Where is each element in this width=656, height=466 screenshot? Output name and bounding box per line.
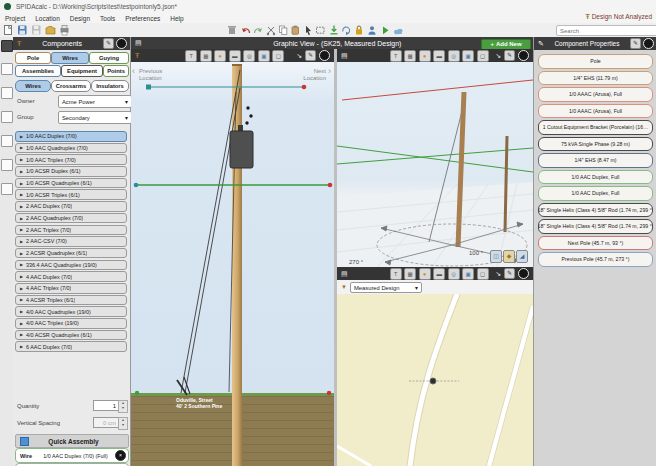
delete-button[interactable] bbox=[228, 26, 236, 34]
text-tool-button[interactable]: T bbox=[390, 50, 402, 62]
side-strip-button[interactable] bbox=[1, 111, 13, 123]
wire-list-item[interactable]: ▶4 AAC Triplex (7/0) bbox=[15, 283, 127, 294]
menu-location[interactable]: Location bbox=[30, 15, 65, 22]
wire-list-item[interactable]: ▶4/0 AAC Triplex (19/0) bbox=[15, 318, 127, 329]
detach-view-icon[interactable] bbox=[518, 268, 529, 279]
property-item-equipment[interactable]: 1 Cutout Equipment Bracket (Porcelain) (… bbox=[538, 120, 653, 135]
property-item-wire[interactable]: 1/0 AAAC (Azusa), Full bbox=[538, 87, 653, 102]
expand-view-icon[interactable]: ↘ bbox=[495, 270, 501, 278]
wire-list-item[interactable]: ▶2 ACSR Quadruplex (6/1) bbox=[15, 248, 127, 259]
tab-equipment[interactable]: Equipment bbox=[61, 65, 103, 77]
subtab-wires[interactable]: Wires bbox=[15, 80, 51, 92]
quick-assembly-wire-row[interactable]: Wire 1/0 AAC Duplex (7/0) (Full) × bbox=[15, 448, 129, 463]
ground-endpoint[interactable] bbox=[135, 391, 139, 395]
ruler-tool-button[interactable]: ▬ bbox=[229, 50, 241, 62]
snapshot-tool-button[interactable]: ◎ bbox=[243, 50, 255, 62]
wire-list-item[interactable]: ▶2 AAC-CSV (7/0) bbox=[15, 236, 127, 247]
insulator-point[interactable] bbox=[245, 121, 248, 124]
wire-list-item[interactable]: ▶1/0 AAC Quadruplex (7/0) bbox=[15, 143, 127, 154]
pole-map-marker[interactable] bbox=[430, 378, 436, 384]
wire-list-item[interactable]: ▶2 AAC Triplex (7/0) bbox=[15, 225, 127, 236]
ruler-tool-button[interactable]: ▬ bbox=[433, 50, 445, 62]
image-tool-button[interactable]: ▣ bbox=[462, 268, 474, 280]
wire-list-item[interactable]: ▶6 AAC Duplex (7/0) bbox=[15, 341, 127, 352]
next-location-chevron[interactable]: › bbox=[328, 66, 331, 76]
sync-button[interactable] bbox=[343, 27, 350, 35]
edit-view-icon[interactable]: ✎ bbox=[305, 50, 316, 61]
menu-preferences[interactable]: Preferences bbox=[120, 15, 165, 22]
adjacent-pole-3d[interactable] bbox=[505, 136, 507, 232]
tab-pole[interactable]: Pole bbox=[15, 52, 51, 64]
wire-list-item[interactable]: ▶1/0 AAC Triplex (7/0) bbox=[15, 154, 127, 165]
run-analysis-button[interactable] bbox=[383, 27, 389, 35]
primary-wire-3d[interactable] bbox=[342, 80, 533, 100]
layers-tool-button[interactable]: ▦ bbox=[404, 50, 416, 62]
print-button[interactable] bbox=[61, 26, 69, 36]
target-tool-button[interactable]: ● bbox=[419, 268, 431, 280]
wire-list-item[interactable]: ▶1/0 AAC Duplex (7/0) bbox=[15, 131, 127, 142]
insulator-point[interactable] bbox=[249, 114, 252, 117]
detach-panel-icon[interactable] bbox=[116, 38, 127, 49]
subtab-insulators[interactable]: Insulators bbox=[91, 80, 129, 92]
target-tool-button[interactable]: ● bbox=[214, 50, 226, 62]
frame-tool-button[interactable]: ▢ bbox=[477, 50, 489, 62]
frame-tool-button[interactable]: ▢ bbox=[477, 268, 489, 280]
property-item-equipment[interactable]: 75 kVA Single Phase (9.28 m) bbox=[538, 137, 653, 152]
wire-list-item[interactable]: ▶1/0 ACSR Triplex (6/1) bbox=[15, 189, 127, 200]
wire-list-item[interactable]: ▶4 AAC Duplex (7/0) bbox=[15, 271, 127, 282]
property-item-anchor[interactable]: 18" Single Helix (Class 4) 5/8" Rod (1.7… bbox=[538, 219, 653, 234]
lock-button[interactable] bbox=[356, 26, 362, 35]
edit-view-icon[interactable]: ✎ bbox=[504, 50, 515, 61]
wire-list-item[interactable]: ▶2 AAC Quadruplex (7/0) bbox=[15, 213, 127, 224]
property-item-wire[interactable]: 1/0 AAC Duplex, Full bbox=[538, 186, 653, 201]
owner-select[interactable]: Acme Power▾ bbox=[58, 95, 132, 108]
search-input[interactable] bbox=[556, 25, 656, 36]
pointer-tool-button[interactable] bbox=[306, 26, 311, 35]
wire-list-item[interactable]: ▶1/0 ACSR Duplex (6/1) bbox=[15, 166, 127, 177]
side-strip-button[interactable] bbox=[1, 135, 13, 147]
side-strip-button[interactable] bbox=[1, 159, 13, 171]
quick-assembly-icon[interactable] bbox=[20, 437, 29, 446]
expand-view-icon[interactable]: ↘ bbox=[495, 52, 501, 60]
primary-span-wire[interactable] bbox=[146, 85, 306, 90]
import-button[interactable] bbox=[331, 26, 338, 34]
text-tool-button[interactable]: T bbox=[390, 268, 402, 280]
iso-view-canvas[interactable]: 270 ° 100 ° ◫ ◆ ◢ bbox=[337, 62, 533, 267]
property-item-guy[interactable]: 1/4" EHS (11.79 m) bbox=[538, 71, 653, 86]
property-item-wire[interactable]: 1/0 AAAC (Azusa), Full bbox=[538, 104, 653, 119]
side-strip-button[interactable] bbox=[1, 87, 13, 99]
wire-list-item[interactable]: ▶4 ACSR Triplex (6/1) bbox=[15, 295, 127, 306]
property-item-pole[interactable]: Pole bbox=[538, 54, 653, 69]
quantity-input[interactable] bbox=[93, 400, 119, 411]
wire-list-item[interactable]: ▶336.4 AAC Quadruplex (19/0) bbox=[15, 260, 127, 271]
layers-tool-button[interactable]: ▦ bbox=[200, 50, 212, 62]
vertical-spacing-input[interactable] bbox=[93, 417, 119, 428]
target-tool-button[interactable]: ● bbox=[419, 50, 431, 62]
image-tool-button[interactable]: ▣ bbox=[462, 50, 474, 62]
undo-button[interactable] bbox=[242, 28, 250, 33]
menu-tools[interactable]: Tools bbox=[95, 15, 120, 22]
wire-endpoint[interactable] bbox=[146, 85, 151, 90]
insulator-point[interactable] bbox=[246, 106, 249, 109]
frame-tool-button[interactable]: ▢ bbox=[272, 50, 284, 62]
settings-button[interactable]: ◢ bbox=[516, 250, 528, 263]
menu-project[interactable]: Project bbox=[0, 15, 30, 22]
menu-design[interactable]: Design bbox=[65, 15, 95, 22]
text-tool-button[interactable]: T bbox=[185, 50, 197, 62]
wire-list-item[interactable]: ▶4/0 ACSR Quadruplex (6/1) bbox=[15, 330, 127, 341]
measure-button[interactable]: ◆ bbox=[503, 250, 515, 263]
wire-list-item[interactable]: ▶1/0 ACSR Quadruplex (6/1) bbox=[15, 178, 127, 189]
cloud-button[interactable] bbox=[394, 29, 403, 35]
property-item-next-pole[interactable]: Next Pole (45.7 m, 93 °) bbox=[538, 236, 653, 251]
side-strip-button[interactable] bbox=[1, 40, 13, 52]
copy-button[interactable] bbox=[280, 26, 287, 35]
user-button[interactable] bbox=[369, 26, 376, 35]
tab-points[interactable]: Points bbox=[103, 65, 129, 77]
tab-assemblies[interactable]: Assemblies bbox=[15, 65, 61, 77]
new-document-button[interactable] bbox=[5, 26, 12, 35]
property-item-anchor[interactable]: 18" Single Helix (Class 4) 5/8" Rod (1.7… bbox=[538, 203, 653, 218]
edit-panel-icon[interactable]: ✎ bbox=[103, 38, 114, 49]
detach-view-icon[interactable] bbox=[319, 50, 330, 61]
pan-button[interactable]: ◫ bbox=[490, 250, 502, 263]
transformer[interactable] bbox=[230, 131, 253, 168]
